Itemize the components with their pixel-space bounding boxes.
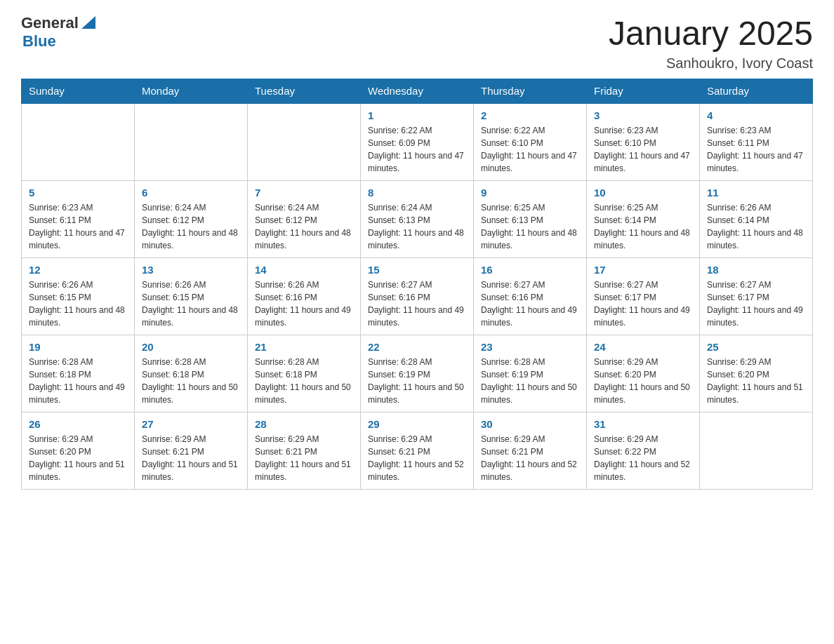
svg-marker-0 (81, 16, 95, 29)
title-area: January 2025 Sanhoukro, Ivory Coast (609, 14, 813, 72)
day-number: 29 (368, 418, 466, 430)
calendar-header-row: SundayMondayTuesdayWednesdayThursdayFrid… (22, 79, 813, 104)
calendar-week-row: 19Sunrise: 6:28 AM Sunset: 6:18 PM Dayli… (22, 335, 813, 412)
day-number: 22 (368, 341, 466, 353)
day-info: Sunrise: 6:28 AM Sunset: 6:18 PM Dayligh… (255, 356, 353, 406)
day-info: Sunrise: 6:26 AM Sunset: 6:14 PM Dayligh… (707, 201, 805, 252)
day-info: Sunrise: 6:27 AM Sunset: 6:17 PM Dayligh… (594, 279, 692, 329)
calendar-cell: 28Sunrise: 6:29 AM Sunset: 6:21 PM Dayli… (248, 412, 361, 490)
day-number: 28 (255, 418, 353, 430)
calendar-cell: 22Sunrise: 6:28 AM Sunset: 6:19 PM Dayli… (361, 335, 474, 412)
page-header: General Blue January 2025 Sanhoukro, Ivo… (21, 14, 813, 72)
calendar-cell: 16Sunrise: 6:27 AM Sunset: 6:16 PM Dayli… (474, 258, 587, 335)
calendar-cell: 10Sunrise: 6:25 AM Sunset: 6:14 PM Dayli… (587, 181, 700, 258)
calendar-cell: 19Sunrise: 6:28 AM Sunset: 6:18 PM Dayli… (22, 335, 135, 412)
day-info: Sunrise: 6:27 AM Sunset: 6:17 PM Dayligh… (707, 279, 805, 329)
calendar-cell: 21Sunrise: 6:28 AM Sunset: 6:18 PM Dayli… (248, 335, 361, 412)
calendar-cell: 8Sunrise: 6:24 AM Sunset: 6:13 PM Daylig… (361, 181, 474, 258)
day-info: Sunrise: 6:24 AM Sunset: 6:12 PM Dayligh… (142, 201, 240, 252)
day-number: 20 (142, 341, 240, 353)
day-info: Sunrise: 6:22 AM Sunset: 6:09 PM Dayligh… (368, 124, 466, 175)
day-header-tuesday: Tuesday (248, 79, 361, 104)
day-number: 10 (594, 187, 692, 199)
calendar-cell: 20Sunrise: 6:28 AM Sunset: 6:18 PM Dayli… (135, 335, 248, 412)
day-number: 15 (368, 264, 466, 276)
day-info: Sunrise: 6:25 AM Sunset: 6:13 PM Dayligh… (481, 201, 579, 252)
day-info: Sunrise: 6:23 AM Sunset: 6:11 PM Dayligh… (707, 124, 805, 175)
day-number: 9 (481, 187, 579, 199)
day-number: 23 (481, 341, 579, 353)
calendar-cell: 29Sunrise: 6:29 AM Sunset: 6:21 PM Dayli… (361, 412, 474, 490)
day-info: Sunrise: 6:26 AM Sunset: 6:16 PM Dayligh… (255, 279, 353, 329)
calendar-cell (700, 412, 813, 490)
day-header-thursday: Thursday (474, 79, 587, 104)
day-number: 4 (707, 109, 805, 121)
calendar-cell: 11Sunrise: 6:26 AM Sunset: 6:14 PM Dayli… (700, 181, 813, 258)
day-info: Sunrise: 6:29 AM Sunset: 6:21 PM Dayligh… (368, 433, 466, 483)
day-info: Sunrise: 6:28 AM Sunset: 6:19 PM Dayligh… (481, 356, 579, 406)
logo: General Blue (21, 14, 95, 51)
calendar-cell: 14Sunrise: 6:26 AM Sunset: 6:16 PM Dayli… (248, 258, 361, 335)
calendar-week-row: 1Sunrise: 6:22 AM Sunset: 6:09 PM Daylig… (22, 103, 813, 181)
day-info: Sunrise: 6:27 AM Sunset: 6:16 PM Dayligh… (368, 279, 466, 329)
calendar-week-row: 5Sunrise: 6:23 AM Sunset: 6:11 PM Daylig… (22, 181, 813, 258)
calendar-cell: 15Sunrise: 6:27 AM Sunset: 6:16 PM Dayli… (361, 258, 474, 335)
day-number: 1 (368, 109, 466, 121)
calendar-cell: 24Sunrise: 6:29 AM Sunset: 6:20 PM Dayli… (587, 335, 700, 412)
calendar-cell (135, 103, 248, 181)
calendar-cell: 7Sunrise: 6:24 AM Sunset: 6:12 PM Daylig… (248, 181, 361, 258)
day-number: 2 (481, 109, 579, 121)
location-subtitle: Sanhoukro, Ivory Coast (609, 55, 813, 72)
logo-blue-text: Blue (22, 32, 56, 51)
day-header-friday: Friday (587, 79, 700, 104)
calendar-cell: 4Sunrise: 6:23 AM Sunset: 6:11 PM Daylig… (700, 103, 813, 181)
calendar-table: SundayMondayTuesdayWednesdayThursdayFrid… (21, 79, 813, 490)
day-info: Sunrise: 6:24 AM Sunset: 6:13 PM Dayligh… (368, 201, 466, 252)
calendar-week-row: 26Sunrise: 6:29 AM Sunset: 6:20 PM Dayli… (22, 412, 813, 490)
day-number: 16 (481, 264, 579, 276)
calendar-cell: 23Sunrise: 6:28 AM Sunset: 6:19 PM Dayli… (474, 335, 587, 412)
calendar-cell: 26Sunrise: 6:29 AM Sunset: 6:20 PM Dayli… (22, 412, 135, 490)
day-info: Sunrise: 6:26 AM Sunset: 6:15 PM Dayligh… (142, 279, 240, 329)
day-header-monday: Monday (135, 79, 248, 104)
day-number: 14 (255, 264, 353, 276)
calendar-week-row: 12Sunrise: 6:26 AM Sunset: 6:15 PM Dayli… (22, 258, 813, 335)
day-number: 21 (255, 341, 353, 353)
day-header-saturday: Saturday (700, 79, 813, 104)
day-number: 27 (142, 418, 240, 430)
calendar-cell: 6Sunrise: 6:24 AM Sunset: 6:12 PM Daylig… (135, 181, 248, 258)
calendar-cell: 12Sunrise: 6:26 AM Sunset: 6:15 PM Dayli… (22, 258, 135, 335)
calendar-cell: 2Sunrise: 6:22 AM Sunset: 6:10 PM Daylig… (474, 103, 587, 181)
day-info: Sunrise: 6:29 AM Sunset: 6:20 PM Dayligh… (29, 433, 127, 483)
day-info: Sunrise: 6:29 AM Sunset: 6:20 PM Dayligh… (594, 356, 692, 406)
day-info: Sunrise: 6:28 AM Sunset: 6:19 PM Dayligh… (368, 356, 466, 406)
calendar-cell: 3Sunrise: 6:23 AM Sunset: 6:10 PM Daylig… (587, 103, 700, 181)
calendar-cell: 18Sunrise: 6:27 AM Sunset: 6:17 PM Dayli… (700, 258, 813, 335)
day-number: 25 (707, 341, 805, 353)
day-info: Sunrise: 6:28 AM Sunset: 6:18 PM Dayligh… (142, 356, 240, 406)
calendar-cell: 1Sunrise: 6:22 AM Sunset: 6:09 PM Daylig… (361, 103, 474, 181)
calendar-cell: 31Sunrise: 6:29 AM Sunset: 6:22 PM Dayli… (587, 412, 700, 490)
calendar-cell: 30Sunrise: 6:29 AM Sunset: 6:21 PM Dayli… (474, 412, 587, 490)
day-info: Sunrise: 6:29 AM Sunset: 6:21 PM Dayligh… (481, 433, 579, 483)
month-title: January 2025 (609, 14, 813, 53)
day-number: 13 (142, 264, 240, 276)
day-info: Sunrise: 6:29 AM Sunset: 6:22 PM Dayligh… (594, 433, 692, 483)
calendar-cell: 9Sunrise: 6:25 AM Sunset: 6:13 PM Daylig… (474, 181, 587, 258)
day-number: 12 (29, 264, 127, 276)
calendar-cell (22, 103, 135, 181)
day-info: Sunrise: 6:26 AM Sunset: 6:15 PM Dayligh… (29, 279, 127, 329)
day-info: Sunrise: 6:25 AM Sunset: 6:14 PM Dayligh… (594, 201, 692, 252)
day-header-wednesday: Wednesday (361, 79, 474, 104)
day-number: 5 (29, 187, 127, 199)
day-number: 6 (142, 187, 240, 199)
day-number: 3 (594, 109, 692, 121)
day-number: 26 (29, 418, 127, 430)
day-number: 7 (255, 187, 353, 199)
day-number: 30 (481, 418, 579, 430)
day-info: Sunrise: 6:29 AM Sunset: 6:21 PM Dayligh… (255, 433, 353, 483)
day-info: Sunrise: 6:24 AM Sunset: 6:12 PM Dayligh… (255, 201, 353, 252)
day-number: 11 (707, 187, 805, 199)
logo-general-text: General (21, 14, 79, 32)
calendar-cell: 17Sunrise: 6:27 AM Sunset: 6:17 PM Dayli… (587, 258, 700, 335)
